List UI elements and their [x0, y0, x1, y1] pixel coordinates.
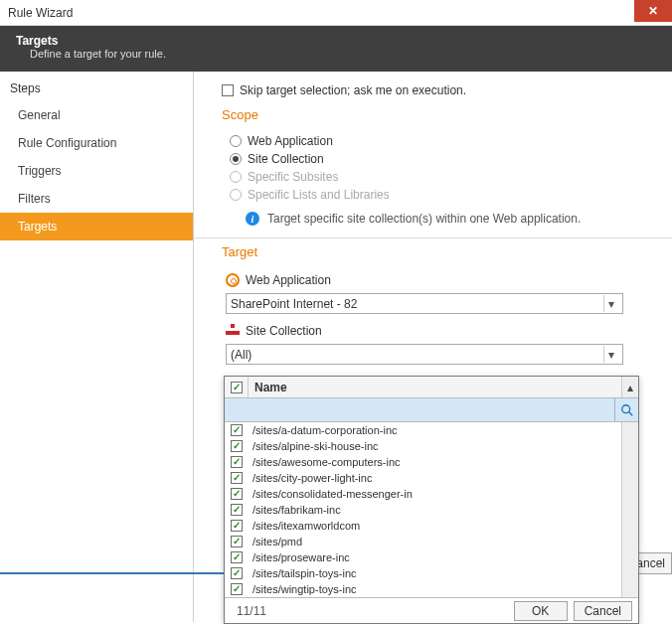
item-checkbox[interactable]: [231, 520, 243, 532]
scope-option[interactable]: Site Collection: [222, 150, 654, 168]
item-label: /sites/tailspin-toys-inc: [249, 567, 357, 579]
list-item[interactable]: /sites/a-datum-corporation-inc: [225, 422, 621, 438]
close-button[interactable]: ✕: [634, 0, 672, 22]
scope-option-label: Web Application: [248, 134, 333, 148]
sidebar-step[interactable]: Rule Configuration: [0, 129, 193, 157]
webapp-combo[interactable]: SharePoint Internet - 82 ▾: [226, 293, 623, 314]
item-label: /sites/consolidated-messenger-in: [249, 488, 413, 500]
list-item[interactable]: /sites/tailspin-toys-inc: [225, 565, 621, 581]
svg-point-0: [621, 404, 629, 412]
item-label: /sites/wingtip-toys-inc: [249, 583, 357, 595]
list-item[interactable]: /sites/alpine-ski-house-inc: [225, 438, 621, 454]
scope-option: Specific Subsites: [222, 168, 654, 186]
item-checkbox[interactable]: [231, 440, 243, 452]
radio-icon[interactable]: [230, 135, 242, 147]
list-item[interactable]: /sites/wingtip-toys-inc: [225, 581, 621, 597]
divider: [194, 237, 672, 238]
scroll-up-icon[interactable]: ▴: [621, 377, 638, 397]
sidebar-step[interactable]: Targets: [0, 213, 193, 240]
list-item[interactable]: /sites/proseware-inc: [225, 549, 621, 565]
scope-option[interactable]: Web Application: [222, 132, 654, 150]
sitecol-icon: [226, 324, 240, 338]
scope-option-label: Specific Subsites: [248, 170, 338, 184]
item-checkbox[interactable]: [231, 472, 243, 484]
webapp-label: Web Application: [246, 273, 331, 287]
item-label: /sites/awesome-computers-inc: [249, 456, 401, 468]
scope-heading: Scope: [222, 107, 654, 122]
item-checkbox[interactable]: [231, 551, 243, 563]
webapp-value: SharePoint Internet - 82: [231, 297, 357, 311]
target-heading: Target: [222, 244, 654, 259]
item-checkbox[interactable]: [231, 488, 243, 500]
select-all-checkbox[interactable]: [231, 382, 243, 393]
sidebar-step[interactable]: Filters: [0, 185, 193, 213]
list-item[interactable]: /sites/itexamworldcom: [225, 518, 621, 534]
scope-option: Specific Lists and Libraries: [222, 186, 654, 204]
sitecol-combo[interactable]: (All) ▾: [226, 344, 623, 365]
sitecol-label: Site Collection: [246, 324, 322, 338]
item-label: /sites/itexamworldcom: [249, 520, 360, 532]
cancel-button[interactable]: Cancel: [574, 601, 632, 621]
radio-icon[interactable]: [230, 153, 242, 165]
webapp-icon: [226, 273, 240, 287]
skip-checkbox[interactable]: [222, 84, 234, 96]
chevron-down-icon: ▾: [603, 295, 618, 312]
ok-button[interactable]: OK: [514, 601, 568, 621]
sidebar-step[interactable]: Triggers: [0, 157, 193, 185]
search-input[interactable]: [225, 398, 614, 421]
window-title: Rule Wizard: [8, 6, 73, 20]
list-item[interactable]: /sites/city-power-light-inc: [225, 470, 621, 486]
item-checkbox[interactable]: [231, 583, 243, 595]
scope-info: Target specific site collection(s) withi…: [267, 212, 581, 226]
steps-sidebar: Steps GeneralRule ConfigurationTriggersF…: [0, 72, 194, 622]
search-icon[interactable]: [614, 398, 638, 421]
radio-icon: [230, 189, 242, 201]
list-item[interactable]: /sites/awesome-computers-inc: [225, 454, 621, 470]
item-label: /sites/a-datum-corporation-inc: [249, 424, 398, 436]
sidebar-step[interactable]: General: [0, 101, 193, 129]
info-icon: i: [246, 212, 259, 226]
list-item[interactable]: /sites/pmd: [225, 534, 621, 549]
item-label: /sites/city-power-light-inc: [249, 472, 372, 484]
list-item[interactable]: /sites/consolidated-messenger-in: [225, 486, 621, 502]
scope-option-label: Site Collection: [248, 152, 324, 166]
item-checkbox[interactable]: [231, 504, 243, 516]
item-checkbox[interactable]: [231, 567, 243, 579]
name-column-header[interactable]: Name: [249, 381, 621, 394]
list-item[interactable]: /sites/fabrikam-inc: [225, 502, 621, 518]
item-checkbox[interactable]: [231, 456, 243, 468]
header-subtitle: Define a target for your rule.: [30, 48, 656, 60]
svg-line-1: [628, 411, 632, 415]
chevron-down-icon: ▾: [603, 346, 618, 363]
scope-option-label: Specific Lists and Libraries: [248, 188, 390, 202]
steps-heading: Steps: [0, 78, 193, 101]
header-title: Targets: [16, 34, 656, 48]
item-checkbox[interactable]: [231, 424, 243, 436]
item-checkbox[interactable]: [231, 536, 243, 547]
item-label: /sites/alpine-ski-house-inc: [249, 440, 379, 452]
skip-label: Skip target selection; ask me on executi…: [240, 83, 466, 97]
close-icon: ✕: [648, 4, 658, 18]
wizard-header: Targets Define a target for your rule.: [0, 26, 672, 72]
sitecol-dropdown: Name ▴ /sites/a-datum-corporation-inc/si…: [224, 376, 639, 624]
radio-icon: [230, 171, 242, 183]
item-label: /sites/fabrikam-inc: [249, 504, 341, 516]
selection-count: 11/11: [231, 604, 266, 618]
item-label: /sites/proseware-inc: [249, 551, 350, 563]
item-label: /sites/pmd: [249, 536, 302, 547]
sitecol-value: (All): [231, 348, 252, 362]
scrollbar[interactable]: [621, 422, 638, 597]
